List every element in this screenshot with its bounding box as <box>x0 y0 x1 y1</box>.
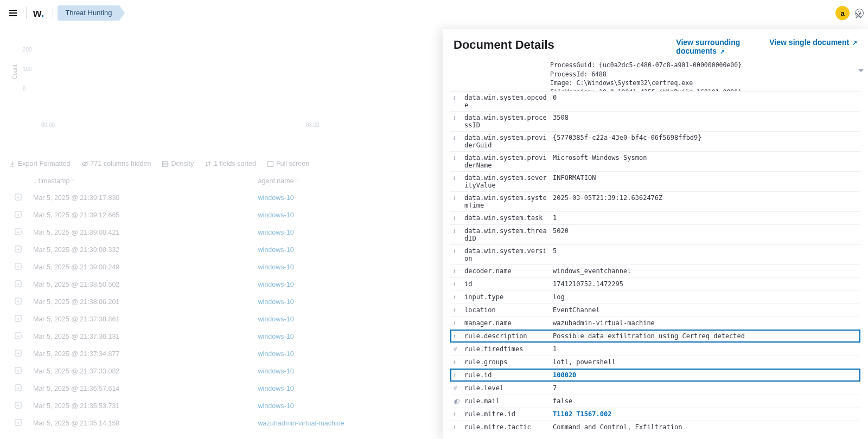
field-value: 3508 <box>553 114 857 121</box>
field-key: data.win.system.opcode <box>464 94 553 109</box>
field-type-icon: t <box>454 227 461 235</box>
field-type-icon: t <box>454 114 461 122</box>
field-row[interactable]: tdata.win.system.providerGuid{5770385f-c… <box>450 131 860 151</box>
field-key: location <box>464 306 553 314</box>
field-type-icon: t <box>454 319 461 327</box>
field-key: rule.mitre.id <box>464 410 553 418</box>
field-row[interactable]: tdata.win.system.opcode0 <box>450 91 860 111</box>
field-row[interactable]: trule.id100020 <box>450 369 860 382</box>
field-key: data.win.system.version <box>464 247 553 262</box>
field-key: data.win.system.providerName <box>464 154 553 169</box>
breadcrumb-threat-hunting[interactable]: Threat Hunting <box>58 5 119 21</box>
field-row[interactable]: trule.groupslotl, powershell <box>450 356 860 369</box>
field-value: 1 <box>553 214 857 222</box>
field-type-icon: t <box>454 154 461 162</box>
field-row[interactable]: #rule.firedtimes1 <box>450 343 860 356</box>
field-value: Possible data exfiltration using Certreq… <box>553 332 857 340</box>
external-icon: ↗ <box>720 48 725 55</box>
field-list[interactable]: tdata.win.system.opcode0tdata.win.system… <box>443 91 868 439</box>
field-key: rule.firedtimes <box>464 345 553 353</box>
menu-toggle-button[interactable] <box>4 4 22 22</box>
field-type-icon: t <box>454 293 461 301</box>
field-type-icon: t <box>454 280 461 288</box>
field-value: lotl, powershell <box>553 358 857 366</box>
field-key: data.win.system.severityValue <box>464 174 553 189</box>
field-value: 5020 <box>553 227 857 235</box>
field-key: rule.description <box>464 332 553 340</box>
field-type-icon: t <box>454 358 461 366</box>
field-value: wazuhadmin-virtual-machine <box>553 319 857 327</box>
brand-logo: w. <box>33 7 44 20</box>
field-row[interactable]: ◐rule.mailfalse <box>450 395 860 408</box>
field-key: rule.id <box>464 371 553 379</box>
field-value: 0 <box>553 94 857 101</box>
field-value: windows_eventchannel <box>553 267 857 275</box>
field-row[interactable]: #rule.level7 <box>450 382 860 395</box>
field-value: 5 <box>553 247 857 255</box>
field-row[interactable]: tdata.win.system.providerNameMicrosoft-W… <box>450 151 860 171</box>
field-row[interactable]: tdata.win.system.severityValueINFORMATIO… <box>450 171 860 191</box>
field-type-icon: ◐ <box>454 397 461 405</box>
field-row[interactable]: tmanager.namewazuhadmin-virtual-machine <box>450 317 860 330</box>
field-row[interactable]: tdecoder.namewindows_eventchannel <box>450 264 860 277</box>
view-surrounding-link[interactable]: View surrounding documents ↗ <box>676 38 752 55</box>
field-key: id <box>464 280 553 288</box>
field-value: 1 <box>553 345 857 353</box>
field-row[interactable]: trule.mitre.tacticCommand and Control, E… <box>450 421 860 434</box>
field-type-icon: # <box>454 384 461 392</box>
field-row[interactable]: tdata.win.system.task1 <box>450 211 860 224</box>
field-value[interactable]: 100020 <box>553 371 857 379</box>
field-key: data.win.system.threadID <box>464 227 553 242</box>
field-key: data.win.system.processID <box>464 114 553 129</box>
field-value: 1741210752.1472295 <box>553 280 857 288</box>
field-value: EventChannel <box>553 306 857 314</box>
field-key: data.win.system.systemTime <box>464 194 553 209</box>
flyout-title: Document Details <box>454 38 554 52</box>
field-type-icon: t <box>454 214 461 222</box>
field-row[interactable]: tinput.typelog <box>450 290 860 304</box>
field-type-icon: t <box>454 247 461 255</box>
field-value[interactable]: T1102 T1567.002 <box>553 410 857 418</box>
close-icon[interactable]: ✕ <box>854 10 863 22</box>
divider <box>26 7 27 19</box>
field-type-icon: t <box>454 194 461 202</box>
field-value: false <box>553 397 857 405</box>
field-value: Command and Control, Exfiltration <box>553 423 857 431</box>
field-value: Microsoft-Windows-Sysmon <box>553 154 857 162</box>
field-type-icon: t <box>454 174 461 182</box>
field-row[interactable]: tid1741210752.1472295 <box>450 277 860 290</box>
field-row[interactable]: tlocationEventChannel <box>450 304 860 317</box>
field-value: 2025-03-05T21:39:12.6362476Z <box>553 194 857 202</box>
field-key: rule.mitre.tactic <box>464 423 553 431</box>
external-icon: ↗ <box>852 40 857 46</box>
field-value: log <box>553 293 857 301</box>
field-key: rule.groups <box>464 358 553 366</box>
field-row[interactable]: trule.descriptionPossible data exfiltrat… <box>450 330 860 343</box>
field-type-icon: t <box>454 94 461 102</box>
field-type-icon: t <box>454 267 461 275</box>
field-key: decoder.name <box>464 267 553 275</box>
field-type-icon: t <box>454 332 461 340</box>
field-key: rule.level <box>464 384 553 392</box>
field-row[interactable]: tdata.win.system.threadID5020 <box>450 224 860 244</box>
document-details-flyout: ✕ Document Details View surrounding docu… <box>443 29 868 439</box>
field-value: INFORMATION <box>553 174 857 182</box>
field-type-icon: t <box>454 410 461 418</box>
field-row[interactable]: tdata.win.system.version5 <box>450 244 860 264</box>
field-row[interactable]: tdata.win.system.processID3508 <box>450 111 860 131</box>
field-key: data.win.system.task <box>464 214 553 222</box>
avatar[interactable]: a <box>835 6 850 20</box>
message-preview[interactable]: ProcessGuid: {uc0a2dc5-c480-07c8-a901-00… <box>443 60 868 91</box>
field-type-icon: t <box>454 134 461 142</box>
field-row[interactable]: tdata.win.system.systemTime2025-03-05T21… <box>450 191 860 211</box>
field-key: rule.mail <box>464 397 553 405</box>
field-key: input.type <box>464 293 553 301</box>
divider <box>53 7 53 19</box>
field-row[interactable]: trule.mitre.idT1102 T1567.002 <box>450 408 860 421</box>
field-type-icon: t <box>454 306 461 314</box>
field-key: data.win.system.providerGuid <box>464 134 553 149</box>
field-type-icon: t <box>454 371 461 379</box>
field-type-icon: t <box>454 423 461 431</box>
view-single-link[interactable]: View single document ↗ <box>769 38 857 55</box>
field-value: {5770385f-c22a-43e0-bf4c-06f5698ffbd9} <box>553 134 857 141</box>
